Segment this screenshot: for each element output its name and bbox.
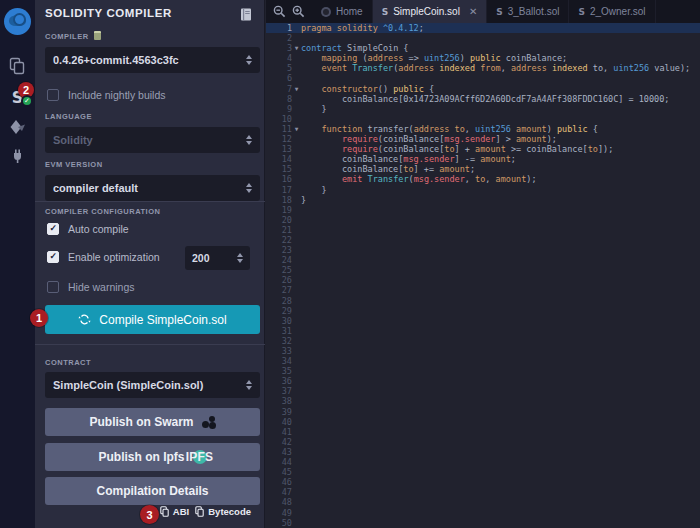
gutter-space — [292, 164, 301, 174]
gutter-space — [292, 154, 301, 164]
line-number: 11 — [266, 124, 292, 134]
line-number: 44 — [266, 457, 292, 467]
code-line: 32 — [266, 336, 700, 346]
gutter-space — [292, 326, 301, 336]
zoom-in-icon[interactable] — [292, 5, 305, 18]
line-number: 7 — [266, 84, 292, 94]
gutter-space — [292, 73, 301, 83]
documentation-icon[interactable] — [240, 7, 252, 25]
code-line: 26 — [266, 275, 700, 285]
plugin-manager-icon[interactable] — [0, 146, 35, 166]
line-number: 20 — [266, 215, 292, 225]
code-line: 46 — [266, 477, 700, 487]
select-caret-icon — [246, 183, 252, 193]
line-number: 8 — [266, 94, 292, 104]
line-number: 37 — [266, 386, 292, 396]
fold-arrow-icon[interactable]: ▼ — [292, 124, 301, 134]
tab-3-ballot-sol[interactable]: S3_Ballot.sol — [487, 0, 569, 23]
code-line: 16 emit Transfer(msg.sender, to, amount)… — [266, 174, 700, 184]
compile-button[interactable]: Compile SimpleCoin.sol — [45, 305, 260, 334]
copy-bytecode-button[interactable]: Bytecode — [195, 506, 251, 517]
tab-label: 2_Owner.sol — [590, 6, 646, 17]
line-number: 36 — [266, 376, 292, 386]
code-line: 27 — [266, 285, 700, 295]
code-line: 37 — [266, 386, 700, 396]
zoom-out-icon[interactable] — [273, 5, 286, 18]
copy-icon — [195, 506, 204, 517]
publish-swarm-button[interactable]: Publish on Swarm — [45, 408, 260, 436]
optimization-runs-select[interactable]: 200 — [185, 246, 250, 270]
line-number: 17 — [266, 185, 292, 195]
remix-logo-icon[interactable] — [0, 6, 35, 36]
code-editor[interactable]: 1pragma solidity ^0.4.12;23▼contract Sim… — [266, 23, 700, 528]
select-caret-icon — [246, 55, 252, 65]
select-caret-icon — [246, 380, 252, 390]
tab-2-owner-sol[interactable]: S2_Owner.sol — [569, 0, 655, 23]
solidity-compiler-panel: SOLIDITY COMPILER COMPILER 0.4.26+commit… — [35, 0, 265, 528]
line-number: 22 — [266, 235, 292, 245]
auto-compile-checkbox[interactable]: Auto compile — [47, 223, 129, 235]
tab-simplecoin-sol[interactable]: SSimpleCoin.sol✕ — [373, 0, 488, 23]
tab-home[interactable]: Home — [312, 0, 373, 23]
fold-arrow-icon[interactable]: ▼ — [292, 84, 301, 94]
file-explorer-icon[interactable] — [0, 55, 35, 77]
code-line: 44 — [266, 457, 700, 467]
solidity-file-icon: S — [496, 7, 502, 17]
line-number: 33 — [266, 346, 292, 356]
code-text: contract SimpleCoin { — [301, 43, 408, 53]
compiler-label: COMPILER — [45, 31, 101, 41]
gutter-space — [292, 467, 301, 477]
compilation-details-button[interactable]: Compilation Details — [45, 477, 260, 505]
line-number: 40 — [266, 417, 292, 427]
line-number: 25 — [266, 265, 292, 275]
enable-optimization-checkbox[interactable]: Enable optimization — [47, 251, 160, 263]
annotation-circle-1: 1 — [30, 309, 48, 327]
line-number: 10 — [266, 114, 292, 124]
deploy-run-icon[interactable] — [0, 117, 35, 137]
evm-version-select[interactable]: compiler default — [45, 175, 260, 201]
code-text: require(coinBalance[msg.sender] > amount… — [301, 134, 557, 144]
gutter-space — [292, 477, 301, 487]
gutter-space — [292, 114, 301, 124]
evm-version-label: EVM VERSION — [45, 160, 103, 169]
gutter-space — [292, 104, 301, 114]
code-text: } — [301, 185, 327, 195]
code-line: 5 event Transfer(address indexed from, a… — [266, 63, 700, 73]
code-line: 15 coinBalance[to] += amount; — [266, 164, 700, 174]
publish-ipfs-button[interactable]: Publish on Ipfs IPFS — [45, 443, 260, 471]
gutter-space — [292, 497, 301, 507]
code-line: 43 — [266, 447, 700, 457]
gutter-space — [292, 306, 301, 316]
gutter-space — [292, 94, 301, 104]
gutter-space — [292, 245, 301, 255]
gutter-space — [292, 518, 301, 528]
code-line: 47 — [266, 487, 700, 497]
line-number: 23 — [266, 245, 292, 255]
gutter-space — [292, 255, 301, 265]
hide-warnings-checkbox[interactable]: Hide warnings — [47, 281, 135, 293]
code-line: 22 — [266, 235, 700, 245]
fold-arrow-icon[interactable]: ▼ — [292, 43, 301, 53]
close-tab-icon[interactable]: ✕ — [469, 6, 477, 17]
language-select[interactable]: Solidity — [45, 127, 260, 153]
gutter-space — [292, 386, 301, 396]
line-number: 12 — [266, 134, 292, 144]
line-number: 13 — [266, 144, 292, 154]
nightly-builds-checkbox[interactable]: Include nightly builds — [47, 89, 165, 101]
copy-abi-button[interactable]: ABI — [160, 506, 189, 517]
line-number: 27 — [266, 285, 292, 295]
annotation-circle-3: 3 — [140, 505, 159, 524]
code-line: 10 — [266, 114, 700, 124]
compiler-version-select[interactable]: 0.4.26+commit.4563c3fc — [45, 47, 260, 73]
panel-title: SOLIDITY COMPILER — [45, 7, 172, 19]
gutter-space — [292, 396, 301, 406]
code-text: } — [301, 104, 327, 114]
code-line: 2 — [266, 33, 700, 43]
compile-success-badge: ✓ — [21, 95, 33, 107]
gutter-space — [292, 33, 301, 43]
select-caret-icon — [246, 135, 252, 145]
gutter-space — [292, 336, 301, 346]
code-line: 3▼contract SimpleCoin { — [266, 43, 700, 53]
contract-select[interactable]: SimpleCoin (SimpleCoin.sol) — [45, 372, 260, 398]
code-text: event Transfer(address indexed from, add… — [301, 63, 690, 73]
